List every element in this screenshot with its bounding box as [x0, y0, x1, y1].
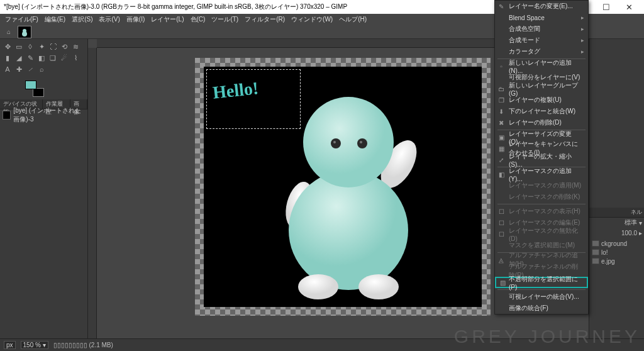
left-panel: ✥ ▭ ◊ ✦ ⛶ ⟲ ≋ ▮ ◢ ✎ ◧ ❏ ☄ ⌇ A ✚ ⟋ ⌕ デバイス…: [0, 39, 88, 338]
menu-view[interactable]: 表示(V): [96, 14, 122, 25]
canvas[interactable]: Hello!: [195, 58, 491, 316]
tool-crop[interactable]: ⛶: [48, 42, 58, 52]
svg-point-7: [303, 97, 394, 187]
image-thumbnail: [3, 111, 11, 120]
menu-disable-mask: ☐レイヤーマスクの無効化(D): [495, 228, 588, 240]
tool-measure[interactable]: ⟋: [25, 64, 35, 74]
edit-icon: ✎: [497, 3, 505, 10]
layer-context-menu: ✎レイヤー名の変更(E)... Blend Space 合成色空間 合成モード …: [494, 0, 589, 315]
menu-layer[interactable]: レイヤー(L): [148, 14, 186, 25]
image-name: [bye] (インポートされた画像)-3: [13, 106, 85, 124]
layers-list: ckground lo! e.jpg: [589, 238, 644, 338]
tool-path[interactable]: ⌇: [70, 53, 80, 63]
menu-new-layer[interactable]: ▫新しいレイヤーの追加(N)...: [495, 60, 588, 72]
layer-item[interactable]: e.jpg: [591, 257, 643, 265]
tool-heal[interactable]: ✚: [14, 64, 24, 74]
svg-point-11: [360, 141, 362, 143]
menu-tools[interactable]: ツール(T): [209, 14, 241, 25]
menu-show-mask: ☐レイヤーマスクの表示(H): [495, 206, 588, 217]
document-tab[interactable]: [18, 26, 31, 38]
tool-smudge[interactable]: ☄: [59, 53, 69, 63]
zoom-select[interactable]: 150 % ▾: [21, 341, 48, 349]
tool-transform[interactable]: ⟲: [59, 42, 69, 52]
menu-rename-layer[interactable]: ✎レイヤー名の変更(E)...: [495, 1, 588, 12]
svg-point-9: [357, 138, 367, 148]
menu-file[interactable]: ファイル(F): [3, 14, 41, 25]
menu-flatten-image[interactable]: 画像の統合(F): [495, 303, 588, 314]
menu-composite-mode[interactable]: 合成モード: [495, 35, 588, 46]
svg-point-1: [22, 31, 27, 36]
vertical-ruler: [88, 48, 97, 338]
menu-delete-layer[interactable]: ✖レイヤーの削除(D): [495, 117, 588, 128]
fit-icon: ▦: [497, 145, 505, 152]
opacity-field[interactable]: 100.0▸: [589, 228, 644, 238]
folder-icon: 🗀: [497, 86, 505, 92]
menu-select[interactable]: 選択(S): [69, 14, 95, 25]
menu-windows[interactable]: ウィンドウ(W): [289, 14, 335, 25]
merge-icon: ⬇: [497, 108, 505, 115]
svg-point-8: [331, 138, 341, 148]
menu-help[interactable]: ヘルプ(H): [336, 14, 369, 25]
fg-color-swatch[interactable]: [25, 81, 36, 89]
menu-merge-visible[interactable]: 可視レイヤーの統合(V)...: [495, 291, 588, 303]
menu-scale-layer[interactable]: ⤢レイヤーの拡大・縮小(S)...: [495, 154, 588, 165]
menu-new-layer-group[interactable]: 🗀新しいレイヤーグループ(G): [495, 83, 588, 94]
selection-icon: ▨: [499, 279, 506, 286]
maximize-button[interactable]: ☐: [595, 0, 618, 14]
file-size: ▯▯▯▯▯▯▯▯▯ (2.1 MB): [53, 342, 113, 348]
tool-pencil[interactable]: ✎: [25, 53, 35, 63]
menu-merge-down[interactable]: ⬇下のレイヤーと統合(W): [495, 106, 588, 117]
tool-text[interactable]: A: [3, 64, 13, 74]
tool-gradient[interactable]: ◢: [14, 53, 24, 63]
layer-item[interactable]: lo!: [591, 248, 643, 257]
menu-color-tag[interactable]: カラータグ: [495, 46, 588, 57]
menu-apply-mask: レイヤーマスクの適用(M): [495, 180, 588, 191]
home-icon[interactable]: ⌂: [4, 27, 14, 37]
menu-delete-mask: レイヤーマスクの削除(K): [495, 191, 588, 203]
tool-zoom[interactable]: ⌕: [36, 64, 47, 74]
menu-edit[interactable]: 編集(E): [42, 14, 68, 25]
window-title: *[bye] (インポートされた画像)-3.0 (RGBカラー 8-bit ga…: [4, 3, 347, 11]
watermark: GREY JOURNEY: [454, 326, 640, 347]
character-figure: [204, 67, 482, 307]
tool-move[interactable]: ✥: [3, 42, 13, 52]
tool-bucket[interactable]: ▮: [3, 53, 13, 63]
menu-image[interactable]: 画像(I): [124, 14, 147, 25]
toolbox: ✥ ▭ ◊ ✦ ⛶ ⟲ ≋ ▮ ◢ ✎ ◧ ❏ ☄ ⌇ A ✚ ⟋ ⌕: [0, 39, 87, 77]
tool-eraser[interactable]: ◧: [36, 53, 47, 63]
menu-composite-color[interactable]: 合成色空間: [495, 23, 588, 35]
mask-icon: ◧: [497, 171, 505, 178]
menu-alpha-to-selection[interactable]: ▨不透明部分を選択範囲に(P): [495, 277, 588, 288]
blend-mode-select[interactable]: 標準▾: [589, 218, 644, 228]
color-swatches[interactable]: [25, 81, 44, 97]
menu-blend-space[interactable]: Blend Space: [495, 12, 588, 23]
new-icon: ▫: [497, 63, 505, 70]
menu-add-mask[interactable]: ◧レイヤーマスクの追加(Y)...: [495, 169, 588, 180]
menu-mask-to-selection: マスクを選択範囲に(M): [495, 240, 588, 251]
svg-point-6: [358, 274, 399, 299]
menu-color[interactable]: 色(C): [188, 14, 208, 25]
tool-fuzzy-select[interactable]: ✦: [36, 42, 47, 52]
scale-icon: ⤢: [497, 157, 505, 164]
layers-tab-label[interactable]: ネル: [589, 208, 644, 218]
image-content: Hello!: [204, 67, 482, 307]
tool-warp[interactable]: ≋: [70, 42, 80, 52]
tool-clone[interactable]: ❏: [48, 53, 58, 63]
unit-select[interactable]: px: [4, 341, 16, 349]
bg-color-swatch[interactable]: [33, 88, 44, 97]
image-list-item[interactable]: [bye] (インポートされた画像)-3: [0, 109, 87, 121]
resize-icon: ▣: [497, 134, 505, 141]
tool-free-select[interactable]: ◊: [25, 42, 35, 52]
svg-point-10: [333, 141, 336, 143]
layer-item[interactable]: ckground: [591, 239, 643, 248]
svg-point-5: [298, 274, 338, 299]
close-button[interactable]: ✕: [618, 0, 640, 14]
menu-duplicate-layer[interactable]: ❐レイヤーの複製(U): [495, 94, 588, 106]
tool-rect-select[interactable]: ▭: [14, 42, 24, 52]
right-panel: ネル 標準▾ 100.0▸ ckground lo! e.jpg: [589, 39, 644, 338]
duplicate-icon: ❐: [497, 97, 505, 104]
svg-point-4: [289, 170, 408, 290]
menu-filters[interactable]: フィルター(R): [242, 14, 287, 25]
delete-icon: ✖: [497, 120, 505, 126]
